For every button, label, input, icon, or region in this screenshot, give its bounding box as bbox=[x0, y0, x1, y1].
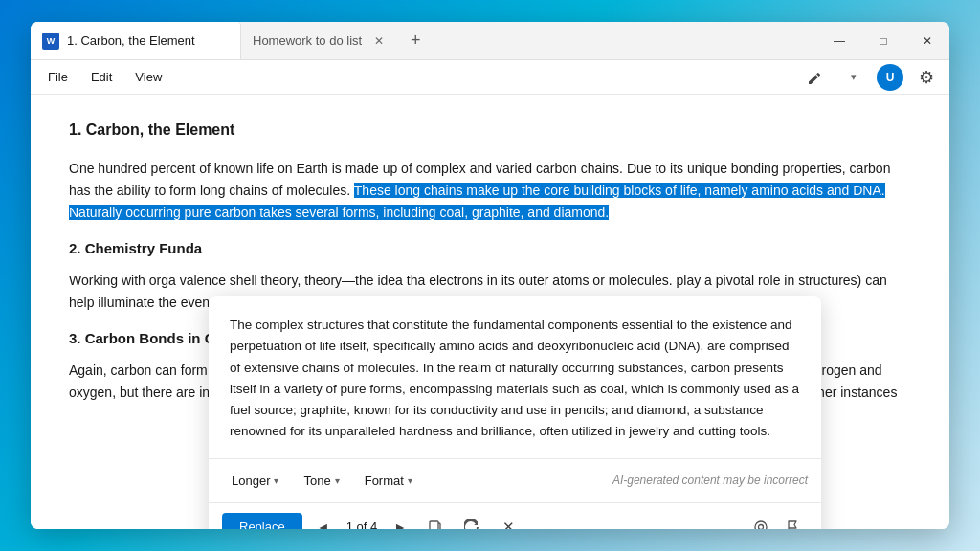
word-icon: W bbox=[42, 33, 59, 50]
section-3-label: 3. Carbon Bonds in C bbox=[69, 330, 215, 346]
content-area: 1. Carbon, the Element One hundred perce… bbox=[31, 95, 949, 529]
settings-icon[interactable]: ⚙ bbox=[911, 62, 942, 93]
window-controls: — □ ✕ bbox=[817, 22, 949, 59]
new-tab-button[interactable]: + bbox=[400, 22, 431, 59]
tone-arrow-icon: ▾ bbox=[335, 475, 340, 486]
svg-point-2 bbox=[755, 521, 767, 529]
tab-close-icon[interactable]: ✕ bbox=[369, 32, 389, 51]
ai-popup-controls: Longer ▾ Tone ▾ Format ▾ AI-generated co… bbox=[209, 459, 821, 503]
maximize-button[interactable]: □ bbox=[861, 22, 905, 60]
format-label: Format bbox=[365, 474, 404, 488]
active-tab-label: 1. Carbon, the Element bbox=[67, 33, 195, 48]
inactive-tab-label: Homework to do list bbox=[253, 33, 362, 48]
nav-prev-button[interactable]: ◄ bbox=[310, 514, 337, 529]
menu-edit[interactable]: Edit bbox=[81, 66, 122, 88]
section-2-title: 2. Chemistry Funda bbox=[69, 237, 911, 260]
user-avatar[interactable]: U bbox=[877, 64, 903, 91]
ai-disclaimer: AI-generated content may be incorrect bbox=[612, 474, 808, 487]
dropdown-icon[interactable]: ▾ bbox=[838, 62, 869, 93]
refresh-button[interactable] bbox=[457, 513, 486, 529]
active-tab[interactable]: W 1. Carbon, the Element bbox=[31, 22, 241, 59]
copy-button[interactable] bbox=[421, 513, 450, 529]
longer-dropdown[interactable]: Longer ▾ bbox=[222, 469, 288, 493]
section-2-label: 2. Chemistry Funda bbox=[69, 240, 202, 256]
paragraph-1: One hundred percent of known life on Ear… bbox=[69, 158, 911, 224]
close-button[interactable]: ✕ bbox=[905, 22, 949, 60]
menu-file[interactable]: File bbox=[38, 66, 78, 88]
ai-popup-actions: Replace ◄ 1 of 4 ► ✕ bbox=[209, 503, 821, 529]
close-ai-button[interactable]: ✕ bbox=[494, 513, 523, 529]
tone-dropdown[interactable]: Tone ▾ bbox=[294, 469, 348, 493]
nav-counter: 1 of 4 bbox=[345, 519, 380, 529]
tone-label: Tone bbox=[303, 474, 330, 488]
svg-rect-1 bbox=[430, 521, 438, 529]
svg-point-3 bbox=[759, 524, 764, 529]
ai-popup-text: The complex structures that constitute t… bbox=[209, 296, 821, 459]
document-title: 1. Carbon, the Element bbox=[69, 118, 911, 143]
bookmark-button[interactable] bbox=[746, 513, 775, 529]
flag-button[interactable] bbox=[779, 513, 808, 529]
ai-popup: The complex structures that constitute t… bbox=[209, 296, 821, 529]
edit-icon[interactable] bbox=[800, 62, 831, 93]
format-dropdown[interactable]: Format ▾ bbox=[355, 469, 422, 493]
longer-label: Longer bbox=[232, 474, 270, 488]
menu-view[interactable]: View bbox=[125, 66, 171, 88]
format-arrow-icon: ▾ bbox=[408, 475, 412, 486]
app-window: W 1. Carbon, the Element Homework to do … bbox=[31, 22, 949, 529]
right-actions bbox=[746, 513, 808, 529]
replace-button[interactable]: Replace bbox=[222, 513, 302, 529]
nav-next-button[interactable]: ► bbox=[387, 514, 413, 529]
inactive-tab[interactable]: Homework to do list ✕ bbox=[241, 22, 400, 59]
minimize-button[interactable]: — bbox=[817, 22, 861, 60]
title-bar: W 1. Carbon, the Element Homework to do … bbox=[31, 22, 949, 60]
toolbar-right: ▾ U ⚙ bbox=[800, 62, 942, 93]
menu-bar: File Edit View ▾ U ⚙ bbox=[31, 60, 949, 95]
longer-arrow-icon: ▾ bbox=[274, 475, 278, 486]
